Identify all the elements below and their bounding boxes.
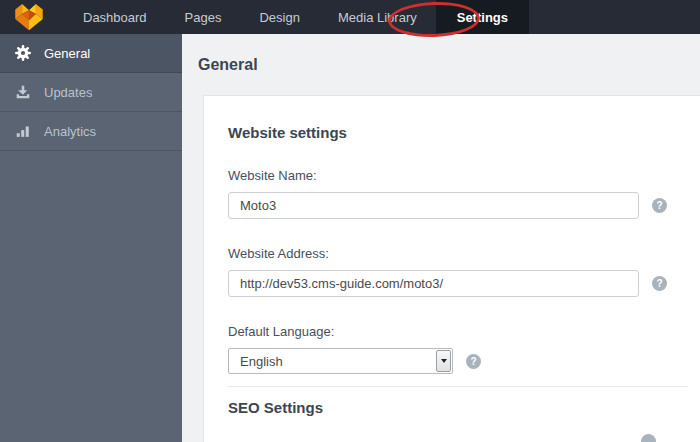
download-icon bbox=[13, 82, 33, 102]
chevron-down-icon bbox=[441, 359, 447, 363]
section-divider bbox=[228, 386, 688, 387]
help-icon[interactable]: ? bbox=[466, 354, 481, 369]
nav-item-dashboard[interactable]: Dashboard bbox=[64, 0, 166, 34]
main-content: General Website settings Website Name: ?… bbox=[182, 34, 700, 442]
sidebar-item-updates[interactable]: Updates bbox=[0, 73, 182, 112]
default-language-select[interactable]: English bbox=[228, 348, 453, 374]
default-language-row: English ? bbox=[228, 348, 700, 374]
website-name-input[interactable] bbox=[228, 192, 639, 219]
section-heading-seo-settings: SEO Settings bbox=[228, 399, 323, 416]
help-icon[interactable] bbox=[641, 434, 656, 442]
main-nav: Dashboard Pages Design Media Library Set… bbox=[64, 0, 529, 34]
nav-item-media-library[interactable]: Media Library bbox=[319, 0, 436, 34]
default-language-label: Default Language: bbox=[228, 324, 700, 339]
website-name-label: Website Name: bbox=[228, 168, 700, 183]
settings-card: Website settings Website Name: ? Website… bbox=[203, 95, 700, 442]
help-icon[interactable]: ? bbox=[652, 276, 667, 291]
help-icon[interactable]: ? bbox=[652, 198, 667, 213]
sidebar-item-label: Analytics bbox=[44, 124, 96, 139]
bar-chart-icon bbox=[13, 121, 33, 141]
motocms-logo-icon[interactable] bbox=[14, 3, 44, 31]
settings-sidebar: General Updates Analytics bbox=[0, 34, 182, 442]
nav-item-pages[interactable]: Pages bbox=[166, 0, 241, 34]
gear-icon bbox=[13, 43, 33, 63]
website-address-label: Website Address: bbox=[228, 246, 700, 261]
website-name-row: ? bbox=[228, 192, 700, 219]
page-title: General bbox=[182, 34, 700, 95]
website-address-input[interactable] bbox=[228, 270, 639, 297]
website-address-row: ? bbox=[228, 270, 700, 297]
sidebar-item-label: General bbox=[44, 46, 90, 61]
section-heading-website-settings: Website settings bbox=[228, 124, 700, 141]
nav-item-design[interactable]: Design bbox=[240, 0, 318, 34]
app-window: Dashboard Pages Design Media Library Set… bbox=[0, 0, 700, 442]
nav-item-settings[interactable]: Settings bbox=[436, 0, 529, 34]
sidebar-item-general[interactable]: General bbox=[0, 34, 182, 73]
selected-language-value: English bbox=[229, 354, 436, 369]
sidebar-item-label: Updates bbox=[44, 85, 92, 100]
top-navigation-bar: Dashboard Pages Design Media Library Set… bbox=[0, 0, 700, 34]
select-dropdown-button[interactable] bbox=[436, 350, 451, 372]
sidebar-item-analytics[interactable]: Analytics bbox=[0, 112, 182, 151]
